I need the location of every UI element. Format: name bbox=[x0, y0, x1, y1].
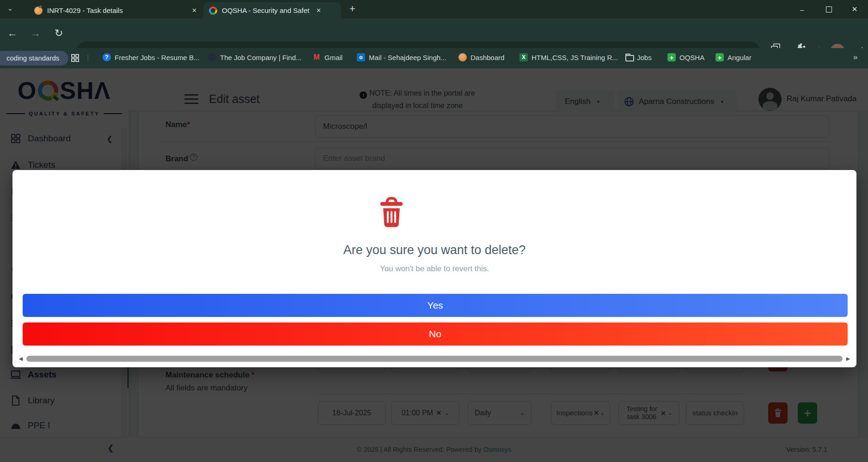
browser-window: ⌄ INRT-4029 - Task details ✕ OQSHA - Sec… bbox=[0, 0, 868, 462]
bookmark-item[interactable]: o Mail - Sehajdeep Singh... bbox=[357, 53, 446, 61]
bookmark-favicon bbox=[458, 53, 467, 61]
reload-icon[interactable]: ↻ bbox=[55, 27, 63, 40]
tab-title: INRT-4029 - Task details bbox=[47, 6, 185, 14]
bookmark-item[interactable]: + OQSHA bbox=[667, 53, 704, 61]
bookmark-label: Dashboard bbox=[471, 54, 504, 61]
bookmark-item[interactable]: Jobs bbox=[625, 53, 652, 61]
window-minimize-button[interactable]: – bbox=[789, 0, 815, 18]
bookmark-label: Gmail bbox=[324, 54, 342, 61]
browser-tab-inactive[interactable]: INRT-4029 - Task details ✕ bbox=[29, 2, 202, 18]
tab-close-icon[interactable]: ✕ bbox=[316, 7, 321, 14]
tab-favicon-fruit bbox=[34, 6, 43, 15]
tab-search-icon[interactable]: ⌄ bbox=[7, 5, 13, 12]
dialog-subtitle: You won't be able to revert this. bbox=[12, 264, 856, 274]
new-tab-button[interactable]: + bbox=[349, 3, 355, 15]
bookmark-favicon bbox=[208, 53, 216, 61]
bookmark-label: Jobs bbox=[637, 54, 652, 61]
bookmark-label: OQSHA bbox=[679, 54, 704, 61]
bookmark-item[interactable]: M Gmail bbox=[312, 53, 342, 61]
bookmark-label: Angular bbox=[727, 54, 752, 61]
bookmark-label: HTML,CSS, JS Training R... bbox=[532, 54, 618, 61]
bookmark-item[interactable]: The Job Company | Find... bbox=[208, 53, 301, 61]
bookmark-item[interactable]: X HTML,CSS, JS Training R... bbox=[520, 53, 618, 61]
outlook-icon: o bbox=[357, 53, 365, 61]
bookmark-label: Fresher Jobs - Resume B... bbox=[115, 54, 199, 61]
browser-tab-active[interactable]: OQSHA - Security and Safety | Rapid R ✕ bbox=[203, 2, 341, 18]
trash-icon bbox=[378, 197, 405, 228]
window-close-button[interactable]: ✕ bbox=[841, 0, 868, 18]
bookmark-item[interactable]: + Angular bbox=[715, 53, 752, 61]
forward-icon[interactable]: → bbox=[31, 27, 41, 40]
excel-icon: X bbox=[520, 53, 528, 61]
bookmark-favicon: + bbox=[715, 53, 724, 61]
bookmark-item[interactable]: ? Fresher Jobs - Resume B... bbox=[103, 53, 199, 61]
tab-favicon-oqsha bbox=[209, 6, 217, 15]
bookmarks-overflow-icon[interactable]: » bbox=[853, 53, 857, 62]
bookmarks-bar: coding standards | ? Fresher Jobs - Resu… bbox=[0, 48, 868, 68]
scroll-left-icon[interactable]: ◀ bbox=[17, 356, 24, 362]
delete-confirm-dialog: Are you sure you want to delete? You won… bbox=[12, 170, 856, 367]
dialog-title: Are you sure you want to delete? bbox=[12, 243, 856, 257]
confirm-no-button[interactable]: No bbox=[23, 322, 848, 346]
confirm-yes-button[interactable]: Yes bbox=[23, 294, 848, 317]
bookmark-label: Mail - Sehajdeep Singh... bbox=[369, 54, 446, 61]
scroll-right-icon[interactable]: ▶ bbox=[844, 356, 852, 362]
folder-icon bbox=[625, 53, 633, 61]
bookmark-label: The Job Company | Find... bbox=[220, 54, 301, 61]
apps-grid-icon[interactable] bbox=[71, 54, 79, 62]
dialog-horizontal-scrollbar[interactable]: ◀ ▶ bbox=[17, 355, 852, 362]
bookmark-item[interactable]: Dashboard bbox=[458, 53, 504, 61]
bookmark-favicon: + bbox=[667, 53, 676, 61]
gmail-icon: M bbox=[312, 53, 321, 61]
tab-close-icon[interactable]: ✕ bbox=[192, 7, 197, 14]
tab-group-chip[interactable]: coding standards bbox=[0, 51, 68, 66]
window-maximize-button[interactable] bbox=[815, 0, 842, 18]
maximize-icon bbox=[826, 6, 832, 12]
tab-strip: ⌄ INRT-4029 - Task details ✕ OQSHA - Sec… bbox=[0, 0, 868, 18]
tab-title: OQSHA - Security and Safety | Rapid R bbox=[222, 6, 310, 14]
bookmark-favicon: ? bbox=[103, 53, 111, 61]
scrollbar-thumb[interactable] bbox=[26, 356, 843, 362]
bookmarks-separator: | bbox=[87, 53, 89, 62]
browser-toolbar: ← → ↻ qa-staging.oqsha.com/#/assets/edit… bbox=[0, 18, 868, 48]
back-icon[interactable]: ← bbox=[7, 27, 18, 40]
